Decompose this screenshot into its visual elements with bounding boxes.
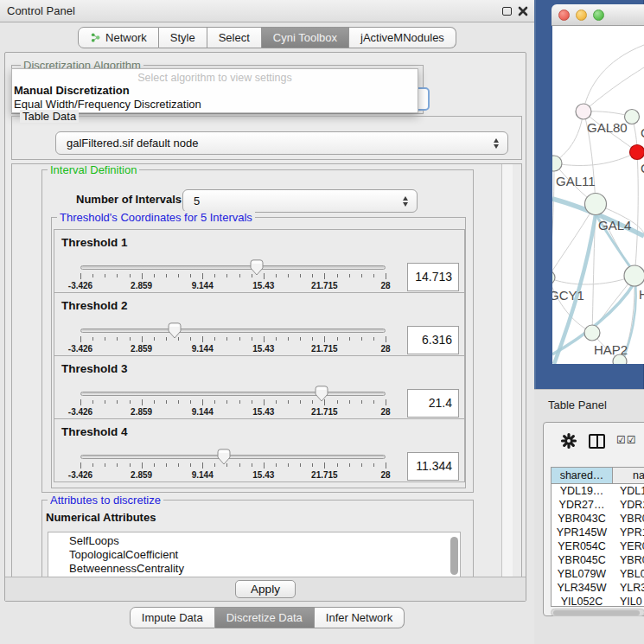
network-node-hap2[interactable] [584,325,600,341]
table-cell: YIL0 [613,595,644,607]
slider-tick [92,337,93,341]
combobox-stepper-icon [403,195,409,207]
threshold-2-value-input[interactable]: 6.316 [407,326,459,354]
float-window-icon[interactable] [502,7,512,16]
threshold-2-slider-thumb[interactable] [168,322,182,339]
tab-cyni-toolbox[interactable]: Cyni Toolbox [262,27,349,48]
numerical-attributes-label: Numerical Attributes [46,511,156,524]
table-row[interactable]: YBL079WYBL0 [552,567,644,581]
table-row[interactable]: YPR145WYPR1 [552,526,644,539]
table-row[interactable]: YLR345WYLR3 [552,581,644,595]
slider-tick [105,274,105,277]
tab-cyni-toolbox-label: Cyni Toolbox [273,31,337,44]
slider-tick [117,400,118,404]
table-cell: YBR0 [613,512,644,526]
table-cell: YBR043C [552,512,613,526]
threshold-1-value-input[interactable]: 14.713 [407,263,459,291]
network-edge[interactable] [552,163,554,277]
split-columns-icon[interactable] [589,434,605,449]
bottom-tab-discretize-data[interactable]: Discretize Data [215,607,315,628]
network-node-h[interactable] [624,265,644,286]
slider-tick [92,274,93,277]
table-column-header-1[interactable]: shared… [552,468,613,483]
network-node-gal4[interactable] [585,194,607,215]
algorithm-option-manual-discretization[interactable]: Manual Discretization [12,84,418,98]
threshold-3-slider-track[interactable] [80,392,386,396]
table-row[interactable]: YIL052CYIL0 [552,595,644,607]
slider-tick [105,400,105,404]
number-of-intervals-combobox[interactable]: 5 [182,189,418,213]
slider-tick [117,337,118,341]
threshold-1-slider-track[interactable] [80,265,386,270]
slider-tick [105,463,105,467]
table-row[interactable]: YER054CYER0 [552,539,644,553]
threshold-1-slider-thumb[interactable] [250,259,264,276]
table-header-row: shared…na [552,468,644,484]
table-row[interactable]: YBR043CYBR0 [552,512,644,526]
attribute-item-selfloops[interactable]: SelfLoops [48,534,460,548]
zoom-traffic-light[interactable] [593,10,604,21]
network-window-titlebar[interactable] [552,4,644,26]
table-row[interactable]: YBR045CYBR0 [552,553,644,567]
settings-scrollbar-track[interactable] [501,164,513,577]
tab-style[interactable]: Style [159,27,207,48]
slider-tick [130,337,131,341]
select-columns-icon[interactable]: ☑☑ [616,434,637,446]
threshold-3-value-input[interactable]: 21.4 [407,389,459,418]
tab-network[interactable]: Network [78,27,159,48]
bottom-tab-infer-network[interactable]: Infer Network [315,607,405,628]
network-node-ga[interactable] [625,110,640,124]
tab-select[interactable]: Select [207,27,262,48]
threshold-4-slider-thumb[interactable] [217,449,231,465]
network-edge[interactable] [583,67,644,112]
network-edge[interactable] [583,45,644,110]
threshold-3-slider-thumb[interactable] [315,386,328,402]
table-horizontal-scrollbar-thumb[interactable] [553,610,640,615]
tab-jactivemnodules[interactable]: jActiveMNodules [349,27,456,48]
network-edge[interactable] [634,152,638,276]
slider-tick-label: 2.859 [131,470,152,480]
attribute-item-betweennesscentrality[interactable]: BetweennessCentrality [48,562,460,576]
slider-tick-label: 9.144 [192,281,214,290]
table-row[interactable]: YDR27…YDR2 [552,498,644,512]
network-node-c[interactable] [630,145,644,160]
close-icon[interactable] [518,6,528,16]
table-row[interactable]: YDL19…YDL1 [552,484,644,498]
slider-tick [190,274,191,277]
table-data-combobox[interactable]: galFiltered.sif default node [55,131,508,155]
apply-button[interactable]: Apply [235,580,296,598]
slider-tick-label: 2.859 [131,344,152,354]
network-node-label: C [641,161,644,175]
bottom-tab-impute-data[interactable]: Impute Data [130,607,215,628]
network-node-gal80[interactable] [576,104,591,119]
slider-tick [166,400,167,404]
table-data-group: Table Data galFiltered.sif default node [11,116,522,160]
slider-tick [324,336,325,342]
network-edge[interactable] [554,112,583,163]
network-edge[interactable] [554,152,637,165]
slider-tick-label: 9.144 [192,407,214,417]
slider-tick [373,463,374,467]
close-traffic-light[interactable] [558,10,570,21]
combobox-stepper-icon [494,137,500,150]
slider-tick [264,336,265,342]
network-canvas[interactable]: GAL80GACGAL11GAL4GCY1HHAP2 [552,26,644,364]
minimize-traffic-light[interactable] [576,10,587,21]
slider-tick [178,463,179,467]
table-cell: YBR0 [613,553,644,567]
slider-tick-label: -3.426 [68,281,92,290]
slider-tick-label: 2.859 [131,281,152,290]
attribute-item-topologicalcoefficient[interactable]: TopologicalCoefficient [48,548,460,562]
algorithm-option-equal-width-frequency-discretization[interactable]: Equal Width/Frequency Discretization [12,98,418,112]
network-node-gcy1[interactable] [552,271,555,284]
network-node[interactable] [613,354,627,364]
table-horizontal-scrollbar[interactable] [551,609,644,616]
attributes-list-scrollbar[interactable] [450,537,458,575]
slider-tick [386,462,386,469]
slider-tick [117,463,118,467]
threshold-4-slider-track[interactable] [80,455,386,459]
table-column-header-2[interactable]: na [613,468,644,483]
table-settings-gear-icon[interactable] [560,432,577,450]
threshold-4-value-input[interactable]: 11.344 [407,452,459,481]
threshold-2-slider-track[interactable] [80,328,386,333]
